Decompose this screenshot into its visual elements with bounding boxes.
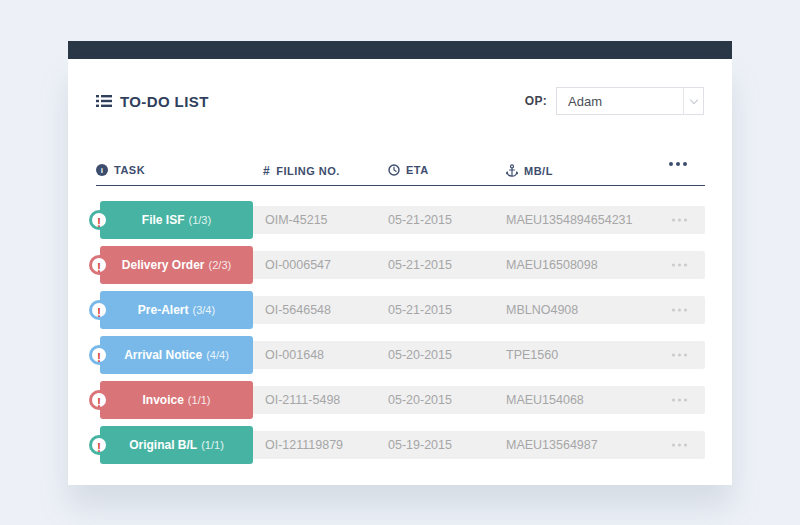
filing-no-cell: OI-001648 xyxy=(265,336,324,374)
task-badge-label: Arrival Notice xyxy=(124,348,202,362)
filing-no-cell: OIM-45215 xyxy=(265,201,328,239)
alert-icon: ! xyxy=(89,300,109,320)
task-progress-count: (3/4) xyxy=(193,304,216,316)
ellipsis-icon-dot xyxy=(684,264,687,267)
op-label: OP: xyxy=(525,94,547,108)
task-progress-count: (4/4) xyxy=(206,349,229,361)
ellipsis-icon-dot xyxy=(684,444,687,447)
ellipsis-icon-dot xyxy=(684,354,687,357)
mbl-cell: TPE1560 xyxy=(506,336,558,374)
task-badge[interactable]: Arrival Notice (4/4) xyxy=(100,336,253,374)
task-progress-count: (2/3) xyxy=(209,259,232,271)
ellipsis-icon-dot xyxy=(678,309,681,312)
list-icon xyxy=(96,94,112,108)
task-badge[interactable]: Delivery Order (2/3) xyxy=(100,246,253,284)
mbl-cell: MAEU1354894654231 xyxy=(506,201,633,239)
task-badge[interactable]: File ISF (1/3) xyxy=(100,201,253,239)
window-title-bar xyxy=(68,41,732,59)
title-wrap: TO-DO LIST xyxy=(96,93,209,110)
table-row: Pre-Alert (3/4) ! OI-5646548 05-21-2015 … xyxy=(96,291,705,329)
mbl-cell: MAEU154068 xyxy=(506,381,584,419)
column-header-task: i TASK xyxy=(96,164,145,176)
ellipsis-icon-dot xyxy=(684,399,687,402)
task-badge[interactable]: Invoice (1/1) xyxy=(100,381,253,419)
ellipsis-icon xyxy=(672,354,675,357)
operator-select[interactable]: Adam xyxy=(556,87,704,115)
row-actions-button[interactable] xyxy=(672,264,687,267)
task-badge-label: Pre-Alert xyxy=(138,303,189,317)
task-badge-label: File ISF xyxy=(142,213,185,227)
todo-widget-window: TO-DO LIST OP: Adam i TASK # xyxy=(68,41,732,485)
row-actions-button[interactable] xyxy=(672,399,687,402)
task-rows: File ISF (1/3) ! OIM-45215 05-21-2015 MA… xyxy=(96,201,705,464)
column-header-eta: ETA xyxy=(388,164,429,176)
task-progress-count: (1/3) xyxy=(189,214,212,226)
column-header-task-label: TASK xyxy=(114,164,145,176)
filing-no-cell: OI-0006547 xyxy=(265,246,331,284)
mbl-cell: MBLNO4908 xyxy=(506,291,578,329)
row-actions-button[interactable] xyxy=(672,219,687,222)
task-badge-label: Invoice xyxy=(143,393,184,407)
task-badge[interactable]: Original B/L (1/1) xyxy=(100,426,253,464)
hash-icon: # xyxy=(263,164,270,178)
eta-cell: 05-19-2015 xyxy=(388,426,452,464)
alert-icon: ! xyxy=(89,210,109,230)
table-row: Arrival Notice (4/4) ! OI-001648 05-20-2… xyxy=(96,336,705,374)
filing-no-cell: OI-5646548 xyxy=(265,291,331,329)
eta-cell: 05-20-2015 xyxy=(388,336,452,374)
table-row: Original B/L (1/1) ! OI-121119879 05-19-… xyxy=(96,426,705,464)
ellipsis-icon xyxy=(672,264,675,267)
eta-cell: 05-21-2015 xyxy=(388,246,452,284)
ellipsis-icon xyxy=(672,219,675,222)
eta-cell: 05-20-2015 xyxy=(388,381,452,419)
operator-select-value: Adam xyxy=(557,94,602,109)
mbl-cell: MAEU13564987 xyxy=(506,426,598,464)
ellipsis-icon-dot xyxy=(678,399,681,402)
task-progress-count: (1/1) xyxy=(201,439,224,451)
ellipsis-icon-dot xyxy=(676,162,680,166)
row-actions-button[interactable] xyxy=(672,309,687,312)
info-icon: i xyxy=(96,164,108,176)
page-title: TO-DO LIST xyxy=(120,93,209,110)
operator-filter: OP: Adam xyxy=(525,87,704,115)
row-actions-button[interactable] xyxy=(672,354,687,357)
ellipsis-icon xyxy=(669,162,673,166)
table-row: File ISF (1/3) ! OIM-45215 05-21-2015 MA… xyxy=(96,201,705,239)
column-header-eta-label: ETA xyxy=(406,164,429,176)
ellipsis-icon xyxy=(672,444,675,447)
alert-icon: ! xyxy=(89,390,109,410)
row-actions-button[interactable] xyxy=(672,444,687,447)
task-badge-label: Delivery Order xyxy=(122,258,205,272)
column-header-filing-label: FILING NO. xyxy=(276,165,340,177)
table-row: Delivery Order (2/3) ! OI-0006547 05-21-… xyxy=(96,246,705,284)
table-row: Invoice (1/1) ! OI-2111-5498 05-20-2015 … xyxy=(96,381,705,419)
todo-table: i TASK # FILING NO. ETA xyxy=(96,164,705,464)
todo-card: TO-DO LIST OP: Adam i TASK # xyxy=(68,59,732,485)
task-progress-count: (1/1) xyxy=(188,394,211,406)
anchor-icon xyxy=(506,164,518,177)
column-header-mbl-label: MB/L xyxy=(524,165,553,177)
ellipsis-icon-dot xyxy=(678,444,681,447)
alert-icon: ! xyxy=(89,435,109,455)
ellipsis-icon xyxy=(672,399,675,402)
clock-icon xyxy=(388,164,400,176)
table-menu-button[interactable] xyxy=(669,162,687,166)
ellipsis-icon-dot xyxy=(678,219,681,222)
column-header-filing-no: # FILING NO. xyxy=(263,164,340,178)
card-header: TO-DO LIST OP: Adam xyxy=(68,59,732,117)
task-badge[interactable]: Pre-Alert (3/4) xyxy=(100,291,253,329)
chevron-down-icon xyxy=(689,95,697,103)
ellipsis-icon xyxy=(672,309,675,312)
eta-cell: 05-21-2015 xyxy=(388,201,452,239)
ellipsis-icon-dot xyxy=(684,219,687,222)
task-badge-label: Original B/L xyxy=(129,438,197,452)
alert-icon: ! xyxy=(89,345,109,365)
ellipsis-icon-dot xyxy=(678,264,681,267)
ellipsis-icon-dot xyxy=(683,162,687,166)
filing-no-cell: OI-2111-5498 xyxy=(265,381,340,419)
eta-cell: 05-21-2015 xyxy=(388,291,452,329)
alert-icon: ! xyxy=(89,255,109,275)
select-arrow-area[interactable] xyxy=(683,88,703,114)
ellipsis-icon-dot xyxy=(684,309,687,312)
column-header-mbl: MB/L xyxy=(506,164,553,177)
